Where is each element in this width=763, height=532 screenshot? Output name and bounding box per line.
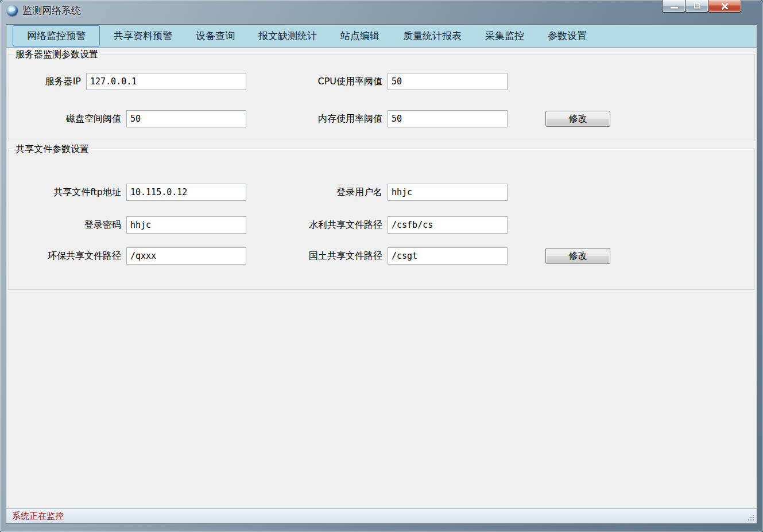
tab-quality-report[interactable]: 质量统计报表 [393, 25, 471, 46]
field-label: 磁盘空间阈值 [24, 110, 121, 127]
field-land-share-path: 国土共享文件路径 [268, 247, 508, 265]
close-button[interactable] [708, 0, 741, 13]
tab-network-monitoring-alert[interactable]: 网络监控预警 [13, 25, 100, 46]
field-label: 登录用户名 [268, 184, 382, 201]
close-icon [721, 2, 729, 10]
group-server-monitor-params: 服务器监测参数设置 [8, 54, 755, 141]
field-ftp-address: 共享文件ftp地址 [24, 184, 246, 201]
field-water-share-path: 水利共享文件路径 [268, 216, 508, 234]
field-label: 服务器IP [24, 73, 81, 90]
minimize-button[interactable] [662, 0, 685, 13]
group-title: 服务器监测参数设置 [13, 49, 100, 61]
ftp-address-input[interactable] [126, 184, 246, 201]
maximize-button[interactable] [685, 0, 708, 13]
land-share-path-input[interactable] [388, 247, 508, 265]
field-label: 登录密码 [24, 216, 121, 234]
field-label: CPU使用率阈值 [268, 73, 382, 90]
window-controls [663, 0, 741, 13]
water-share-path-input[interactable] [388, 216, 508, 234]
status-bar: 系统正在监控 [6, 508, 757, 523]
field-login-username: 登录用户名 [268, 184, 508, 201]
disk-threshold-input[interactable] [126, 110, 246, 127]
field-login-password: 登录密码 [24, 216, 246, 234]
maximize-icon [694, 3, 700, 9]
tab-parameter-settings[interactable]: 参数设置 [538, 25, 597, 46]
field-label: 国土共享文件路径 [268, 247, 382, 265]
field-label: 水利共享文件路径 [268, 216, 382, 234]
field-cpu-threshold: CPU使用率阈值 [268, 73, 508, 90]
tab-shared-data-alert[interactable]: 共享资料预警 [104, 25, 182, 46]
memory-threshold-input[interactable] [388, 110, 508, 127]
tab-station-edit[interactable]: 站点编辑 [331, 25, 389, 46]
group-title: 共享文件参数设置 [13, 143, 91, 156]
field-label: 内存使用率阈值 [268, 110, 382, 127]
resize-grip-icon[interactable] [747, 514, 755, 522]
client-area: 网络监控预警 共享资料预警 设备查询 报文缺测统计 站点编辑 质量统计报表 采集… [6, 24, 757, 524]
tab-device-query[interactable]: 设备查询 [186, 25, 245, 46]
login-username-input[interactable] [388, 184, 508, 201]
modify-server-params-button[interactable]: 修改 [545, 111, 610, 127]
field-disk-threshold: 磁盘空间阈值 [24, 110, 246, 127]
field-label: 共享文件ftp地址 [24, 184, 121, 201]
app-window: 监测网络系统 网络监控预警 共享资料预警 设备查询 报文缺测统计 站点编辑 质量… [0, 0, 763, 532]
title-bar[interactable]: 监测网络系统 [0, 0, 763, 24]
window-title: 监测网络系统 [22, 4, 81, 17]
status-message: 系统正在监控 [12, 511, 64, 522]
field-server-ip: 服务器IP [24, 73, 246, 90]
modify-share-params-button[interactable]: 修改 [545, 248, 610, 264]
env-share-path-input[interactable] [126, 247, 246, 265]
server-ip-input[interactable] [86, 73, 246, 90]
field-label: 环保共享文件路径 [24, 247, 121, 265]
login-password-input[interactable] [126, 216, 246, 234]
tab-collection-monitor[interactable]: 采集监控 [475, 25, 534, 46]
tab-page-content: 服务器监测参数设置 共享文件参数设置 服务器IP CPU使用率阈值 磁盘空间阈值… [6, 48, 757, 508]
field-memory-threshold: 内存使用率阈值 [268, 110, 508, 127]
globe-icon [7, 5, 18, 16]
field-env-share-path: 环保共享文件路径 [24, 247, 246, 265]
tab-bar: 网络监控预警 共享资料预警 设备查询 报文缺测统计 站点编辑 质量统计报表 采集… [6, 25, 757, 48]
tab-missing-report-stats[interactable]: 报文缺测统计 [249, 25, 327, 46]
minimize-icon [671, 7, 678, 9]
cpu-threshold-input[interactable] [388, 73, 508, 90]
